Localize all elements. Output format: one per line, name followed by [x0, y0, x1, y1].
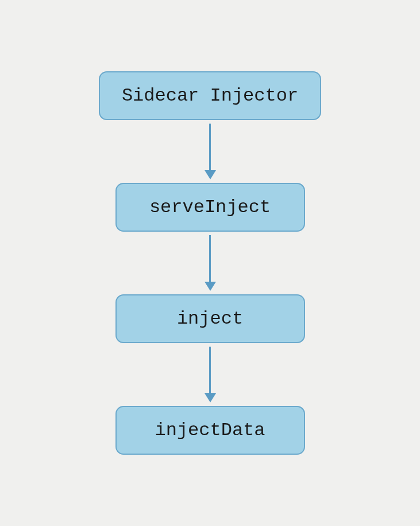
- arrow-down-icon: [205, 124, 216, 179]
- arrow-down-icon: [205, 235, 216, 291]
- node-serve-inject: serveInject: [115, 183, 305, 232]
- arrow-down-icon: [205, 347, 216, 402]
- node-inject-data: injectData: [115, 406, 305, 455]
- flowchart: Sidecar Injector serveInject inject inje…: [99, 71, 321, 455]
- node-inject: inject: [115, 294, 305, 343]
- node-label: Sidecar Injector: [122, 85, 298, 106]
- node-label: inject: [177, 308, 243, 329]
- node-label: serveInject: [149, 197, 271, 218]
- node-sidecar-injector: Sidecar Injector: [99, 71, 321, 120]
- node-label: injectData: [155, 420, 265, 441]
